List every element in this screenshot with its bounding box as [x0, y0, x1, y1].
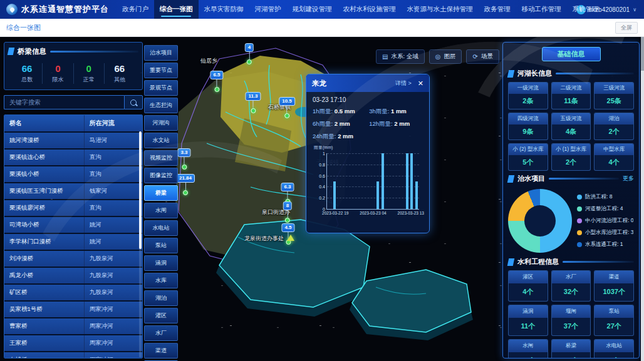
chart-y-tick: 0.8	[319, 162, 325, 166]
projects-donut-chart: 防洪工程: 8河道整治工程: 4中小河流治理工程: 0小型水库治理工程: 3水系…	[508, 187, 634, 254]
bridge-name-cell: 栗溪镇匡玉湾门漫桥	[4, 183, 84, 199]
table-row[interactable]: 王家桥周家冲河	[4, 335, 142, 351]
table-row[interactable]: 矿区桥九股泉河	[4, 285, 142, 300]
layer-item-17[interactable]: 渠道	[144, 343, 178, 358]
chart-bar	[410, 153, 413, 209]
more-link[interactable]: 更多	[623, 175, 634, 183]
nav-item-9[interactable]: 系统管理	[567, 0, 605, 19]
station-marker[interactable]: 10.5	[279, 97, 295, 118]
river-name-cell: 周家冲河	[84, 318, 142, 334]
table-row[interactable]: 曹家桥周家冲河	[4, 318, 142, 334]
nav-item-8[interactable]: 移动工作管理	[516, 0, 567, 19]
chart-bar	[382, 153, 384, 209]
map-control-layers[interactable]: ▤水系: 全域	[376, 49, 425, 64]
table-row[interactable]: 禹龙小桥九股泉河	[4, 268, 142, 283]
water-drop-logo-icon	[6, 4, 18, 15]
table-row[interactable]: 栗溪镇连心桥直沟	[4, 150, 142, 165]
card-label: 三级河流	[595, 83, 633, 94]
layer-item-15[interactable]: 灌区	[144, 308, 178, 323]
fullscreen-button[interactable]: 全屏	[615, 22, 638, 34]
station-marker[interactable]: 8	[283, 201, 292, 223]
nav-item-4[interactable]: 规划建设管理	[287, 0, 338, 19]
layer-item-9[interactable]: 水闸	[144, 203, 178, 218]
marker-pin-icon	[214, 87, 219, 92]
layer-item-12[interactable]: 涵洞	[144, 255, 178, 271]
table-row[interactable]: 白蜡桥周家冲河	[4, 352, 142, 358]
table-row[interactable]: 栗溪镇廖河桥直沟	[4, 200, 142, 216]
chevron-down-icon: ∨	[633, 7, 636, 13]
top-navbar: 水系连通智慧管护平台 政务门户综合一张图水旱灾害防御河湖管护规划建设管理农村水利…	[0, 0, 644, 19]
legend-icon: ◎	[435, 54, 441, 60]
breadcrumb[interactable]: 综合一张图	[6, 23, 41, 33]
section-marker-icon	[507, 175, 515, 183]
river-name-cell: 九股泉河	[84, 251, 142, 267]
card-value: 2个	[595, 125, 633, 140]
table-row[interactable]: 司湾场小桥姚河	[4, 217, 142, 233]
layer-item-0[interactable]: 治水项目	[144, 45, 178, 61]
map-control-legend[interactable]: ◎图层	[429, 49, 462, 64]
layer-item-14[interactable]: 湖泊	[144, 290, 178, 306]
layer-item-13[interactable]: 水库	[144, 273, 178, 288]
card-label: 水电站	[595, 340, 633, 352]
rainfall-plot: 10.80.60.40.202023-03-22 192023-03-23 04…	[326, 153, 419, 210]
rain-metric: 1h雨量: 0.5 mm	[313, 108, 369, 116]
site-marker-icon[interactable]	[287, 235, 294, 241]
nav-item-0[interactable]: 政务门户	[117, 0, 154, 19]
bridge-table: 桥名 所在河流 姚河湾漫桥马潜河栗溪镇连心桥直沟栗溪镇小桥直沟栗溪镇匡玉湾门漫桥…	[4, 114, 143, 358]
card-label: 水厂	[552, 271, 591, 283]
page-scroll-thumb[interactable]	[641, 37, 644, 71]
station-marker[interactable]: 4	[245, 43, 254, 64]
station-marker[interactable]: 6.5	[210, 71, 223, 92]
info-card: 渠道1037个	[594, 270, 634, 302]
nav-item-1[interactable]: 综合一张图	[154, 0, 199, 19]
river-name-cell: 周家冲河	[84, 335, 142, 351]
tab-basic-info[interactable]: 基础信息	[542, 47, 601, 61]
page-scrollbar[interactable]	[641, 37, 644, 361]
layer-item-7[interactable]: 图像监控	[144, 168, 178, 183]
bridge-stat: 0限水	[42, 63, 73, 84]
layer-item-11[interactable]: 泵站	[144, 238, 178, 253]
layer-item-5[interactable]: 水文站	[144, 133, 178, 148]
table-row[interactable]: 吴家榜1号桥周家冲河	[4, 302, 142, 317]
layer-item-16[interactable]: 水厂	[144, 325, 178, 341]
layer-item-4[interactable]: 河湖沟	[144, 115, 178, 131]
layer-item-2[interactable]: 景观节点	[144, 80, 178, 96]
popup-detail-link[interactable]: 详情 >	[395, 79, 412, 88]
search-input[interactable]	[4, 95, 124, 109]
table-row[interactable]: 刘冲漫桥九股泉河	[4, 251, 142, 267]
legend-item: 水系连通工程: 1	[577, 241, 633, 248]
layer-item-10[interactable]: 水电站	[144, 220, 178, 236]
marker-stem	[185, 183, 186, 190]
nav-item-7[interactable]: 政务管理	[479, 0, 516, 19]
card-value: 3个	[595, 352, 633, 358]
card-value: 37个	[552, 318, 591, 335]
station-marker[interactable]: 11.3	[245, 92, 261, 113]
nav-item-3[interactable]: 河湖管护	[249, 0, 287, 19]
layer-item-3[interactable]: 生态拦沟	[144, 98, 178, 113]
nav-item-2[interactable]: 水旱灾害防御	[199, 0, 249, 19]
table-row[interactable]: 姚河湾漫桥马潜河	[4, 133, 142, 148]
marker-pin-icon	[251, 108, 256, 113]
map-control-scene[interactable]: ⟳场景	[466, 49, 499, 64]
layer-item-6[interactable]: 视频监控	[144, 150, 178, 166]
table-row[interactable]: 李学林门口漫桥姚河	[4, 234, 142, 250]
table-scroll-thumb[interactable]	[139, 131, 142, 249]
station-marker[interactable]: 21.84	[176, 174, 195, 195]
close-icon[interactable]: ✕	[418, 79, 423, 88]
legend-item: 中小河流治理工程: 0	[577, 217, 633, 225]
table-row[interactable]: 栗溪镇小桥直沟	[4, 166, 142, 182]
nav-item-6[interactable]: 水资源与水土保持管理	[402, 0, 479, 19]
station-marker[interactable]: 3.3	[177, 148, 190, 170]
station-marker[interactable]: 4.5	[281, 223, 294, 245]
chart-y-tick: 0.4	[319, 185, 325, 189]
card-label: 泵站	[595, 305, 633, 318]
layer-item-8[interactable]: 桥梁	[144, 185, 178, 201]
table-scrollbar[interactable]	[139, 131, 142, 357]
search-button[interactable]	[124, 95, 143, 109]
card-label: 桥梁	[552, 340, 591, 352]
nav-item-5[interactable]: 农村水利设施管理	[338, 0, 402, 19]
layer-item-1[interactable]: 重要节点	[144, 63, 178, 78]
table-row[interactable]: 栗溪镇匡玉湾门漫桥钱家河	[4, 183, 142, 199]
station-marker[interactable]: 6.3	[281, 183, 294, 204]
search-icon	[130, 99, 137, 106]
